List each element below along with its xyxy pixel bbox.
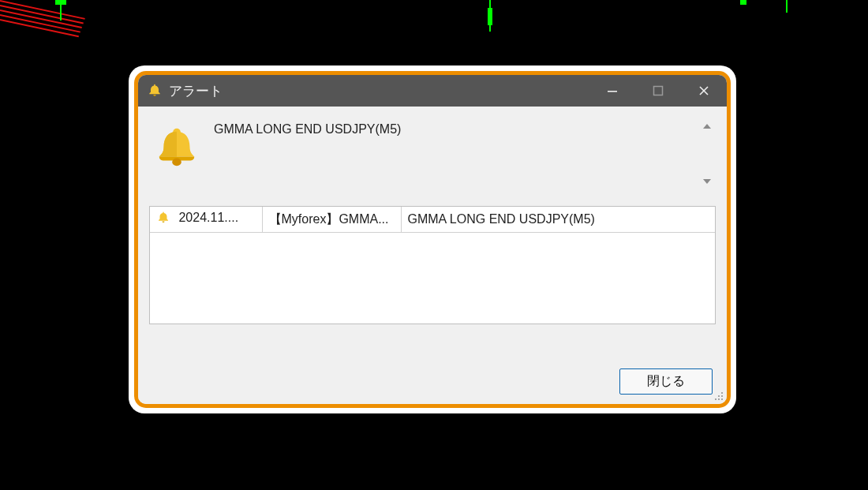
scroll-down-button[interactable]: [698, 173, 716, 190]
dialog-inner: アラート: [134, 71, 731, 408]
table-row[interactable]: 2024.11.... 【Myforex】GMMA... GMMA LONG E…: [150, 207, 715, 233]
message-scroll: [698, 118, 716, 190]
close-button[interactable]: 閉じる: [619, 368, 713, 395]
dialog-client-area: GMMA LONG END USDJPY(M5): [138, 107, 727, 404]
window-title: アラート: [169, 82, 223, 100]
candle: [740, 0, 746, 5]
bell-icon: [149, 119, 204, 174]
svg-point-5: [172, 159, 181, 166]
candle: [55, 0, 66, 5]
bell-icon: [156, 211, 174, 228]
cell-source: 【Myforex】GMMA...: [262, 207, 401, 233]
svg-rect-1: [654, 87, 663, 95]
candle: [489, 0, 491, 32]
bell-icon: [146, 82, 163, 99]
alert-message: GMMA LONG END USDJPY(M5): [204, 119, 698, 190]
titlebar[interactable]: アラート: [138, 75, 727, 107]
alert-header: GMMA LONG END USDJPY(M5): [138, 107, 727, 196]
resize-grip[interactable]: [712, 389, 724, 402]
svg-point-9: [715, 398, 716, 400]
svg-rect-0: [608, 91, 617, 92]
svg-point-7: [718, 395, 720, 397]
dialog-footer: 閉じる: [138, 358, 727, 404]
window-close-button[interactable]: [681, 75, 727, 107]
window-maximize-button[interactable]: [635, 75, 681, 107]
svg-point-11: [721, 398, 723, 400]
cell-time-text: 2024.11....: [178, 211, 238, 224]
svg-point-8: [721, 395, 723, 397]
alert-dialog: アラート: [129, 65, 736, 413]
window-minimize-button[interactable]: [589, 75, 635, 107]
cell-text: GMMA LONG END USDJPY(M5): [401, 207, 715, 233]
cell-time: 2024.11....: [150, 207, 262, 233]
svg-point-10: [718, 398, 720, 400]
chart-background: アラート: [0, 0, 868, 490]
candle: [786, 0, 788, 13]
alerts-table[interactable]: 2024.11.... 【Myforex】GMMA... GMMA LONG E…: [149, 206, 716, 324]
svg-point-6: [721, 392, 723, 394]
scroll-up-button[interactable]: [698, 118, 716, 135]
